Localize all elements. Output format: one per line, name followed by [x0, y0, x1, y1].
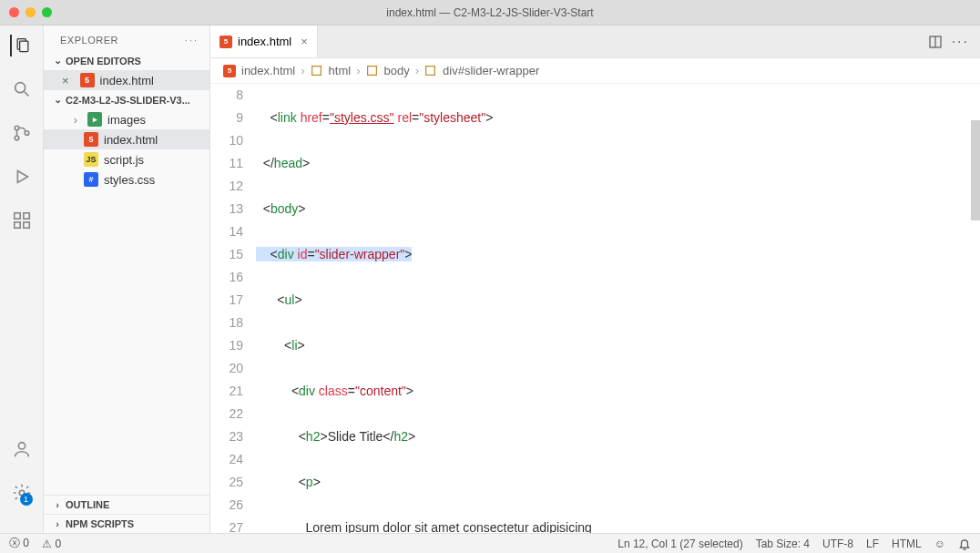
line-number-gutter: 89101112131415161718192021222324252627 — [210, 84, 256, 533]
indentation[interactable]: Tab Size: 4 — [756, 538, 810, 550]
explorer-sidebar: EXPLORER ··· ⌄ OPEN EDITORS × 5 index.ht… — [44, 26, 210, 533]
folder-icon: ▸ — [87, 112, 102, 127]
source-control-icon[interactable] — [11, 122, 33, 144]
chevron-right-icon: › — [51, 499, 64, 510]
chevron-down-icon: ⌄ — [51, 94, 64, 106]
breadcrumb-file[interactable]: index.html — [241, 64, 295, 77]
tab-bar: 5 index.html × ··· — [210, 26, 980, 58]
open-editors-label: OPEN EDITORS — [66, 56, 141, 67]
breadcrumb[interactable]: 5 index.html › html › body › div#slider-… — [210, 58, 980, 84]
svg-rect-17 — [367, 66, 376, 75]
close-window-button[interactable] — [9, 7, 19, 17]
html-file-icon: 5 — [80, 73, 95, 87]
breadcrumb-html[interactable]: html — [329, 64, 352, 77]
scrollbar-thumb[interactable] — [971, 120, 980, 220]
svg-rect-9 — [23, 213, 28, 219]
folder-item-images[interactable]: › ▸ images — [44, 109, 209, 129]
accounts-icon[interactable] — [11, 438, 33, 460]
code-content[interactable]: <link href="styles.css" rel="stylesheet"… — [256, 84, 980, 533]
notifications-icon[interactable] — [958, 538, 971, 550]
more-icon[interactable]: ··· — [185, 35, 199, 46]
svg-point-4 — [15, 126, 19, 130]
file-name: index.html — [104, 133, 158, 147]
scrollbar[interactable] — [971, 84, 980, 533]
more-actions-icon[interactable]: ··· — [952, 34, 969, 50]
symbol-icon — [424, 65, 437, 77]
settings-gear-icon[interactable]: 1 — [11, 482, 33, 504]
warnings-icon[interactable]: ⚠ 0 — [42, 538, 61, 550]
status-bar: ⓧ 0 ⚠ 0 Ln 12, Col 1 (27 selected) Tab S… — [0, 533, 980, 553]
breadcrumb-body[interactable]: body — [384, 64, 410, 77]
file-item-index[interactable]: 5 index.html — [44, 129, 209, 149]
breadcrumb-div[interactable]: div#slider-wrapper — [443, 64, 539, 77]
chevron-right-icon: › — [69, 113, 82, 127]
minimize-window-button[interactable] — [26, 7, 36, 17]
outline-label: OUTLINE — [66, 499, 109, 510]
svg-point-2 — [15, 83, 25, 93]
feedback-icon[interactable]: ☺ — [934, 538, 945, 550]
tab-label: index.html — [238, 35, 291, 48]
html-file-icon: 5 — [223, 65, 236, 77]
svg-rect-11 — [23, 222, 28, 228]
language-mode[interactable]: HTML — [892, 538, 922, 550]
code-editor[interactable]: 89101112131415161718192021222324252627 <… — [210, 84, 980, 533]
cursor-position[interactable]: Ln 12, Col 1 (27 selected) — [618, 538, 742, 550]
file-name: script.js — [104, 153, 144, 167]
npm-scripts-header[interactable]: › NPM SCRIPTS — [44, 514, 209, 533]
chevron-right-icon: › — [51, 518, 64, 529]
tab-index-html[interactable]: 5 index.html × — [210, 26, 318, 57]
chevron-right-icon: › — [415, 64, 419, 77]
traffic-lights — [9, 7, 52, 17]
activity-bar: 1 — [0, 26, 44, 533]
close-icon[interactable]: × — [62, 74, 69, 87]
open-editors-header[interactable]: ⌄ OPEN EDITORS — [44, 51, 209, 70]
window-title: index.html — C2-M3-L2-JS-Slider-V3-Start — [386, 6, 593, 19]
outline-header[interactable]: › OUTLINE — [44, 496, 209, 514]
html-file-icon: 5 — [219, 36, 232, 48]
svg-rect-10 — [14, 222, 19, 228]
eol[interactable]: LF — [866, 538, 879, 550]
folder-name: images — [107, 113, 146, 127]
encoding[interactable]: UTF-8 — [822, 538, 853, 550]
settings-badge: 1 — [20, 493, 33, 506]
open-editor-item[interactable]: × 5 index.html — [44, 70, 209, 90]
sidebar-title: EXPLORER ··· — [44, 26, 209, 51]
window-titlebar: index.html — C2-M3-L2-JS-Slider-V3-Start — [0, 0, 980, 26]
symbol-icon — [311, 65, 323, 77]
svg-point-6 — [25, 131, 29, 136]
svg-rect-8 — [14, 213, 19, 219]
explorer-icon[interactable] — [10, 35, 32, 56]
editor-area: 5 index.html × ··· 5 index.html › html ›… — [210, 26, 980, 533]
file-name: styles.css — [104, 173, 155, 187]
run-debug-icon[interactable] — [11, 166, 33, 188]
svg-rect-16 — [311, 66, 321, 75]
extensions-icon[interactable] — [11, 210, 33, 231]
split-editor-icon[interactable] — [928, 35, 943, 49]
explorer-label: EXPLORER — [60, 35, 118, 46]
svg-line-3 — [24, 92, 28, 97]
file-item-script[interactable]: JS script.js — [44, 149, 209, 169]
css-file-icon: # — [84, 172, 98, 187]
svg-point-12 — [18, 443, 25, 449]
chevron-right-icon: › — [301, 64, 304, 77]
open-file-name: index.html — [100, 74, 154, 87]
svg-rect-18 — [426, 66, 435, 75]
chevron-right-icon: › — [356, 64, 360, 77]
js-file-icon: JS — [84, 152, 98, 167]
chevron-down-icon: ⌄ — [51, 55, 64, 67]
project-folder-header[interactable]: ⌄ C2-M3-L2-JS-SLIDER-V3... — [44, 90, 209, 109]
npm-label: NPM SCRIPTS — [66, 518, 134, 529]
project-label: C2-M3-L2-JS-SLIDER-V3... — [66, 95, 190, 106]
svg-point-5 — [15, 136, 19, 140]
maximize-window-button[interactable] — [42, 7, 52, 17]
file-item-styles[interactable]: # styles.css — [44, 169, 209, 189]
errors-icon[interactable]: ⓧ 0 — [9, 536, 29, 551]
search-icon[interactable] — [11, 78, 33, 100]
main-layout: 1 EXPLORER ··· ⌄ OPEN EDITORS × 5 index.… — [0, 26, 980, 533]
symbol-icon — [366, 65, 379, 77]
svg-rect-1 — [19, 41, 27, 52]
html-file-icon: 5 — [84, 132, 98, 147]
close-tab-icon[interactable]: × — [301, 35, 308, 48]
svg-marker-7 — [17, 171, 27, 183]
